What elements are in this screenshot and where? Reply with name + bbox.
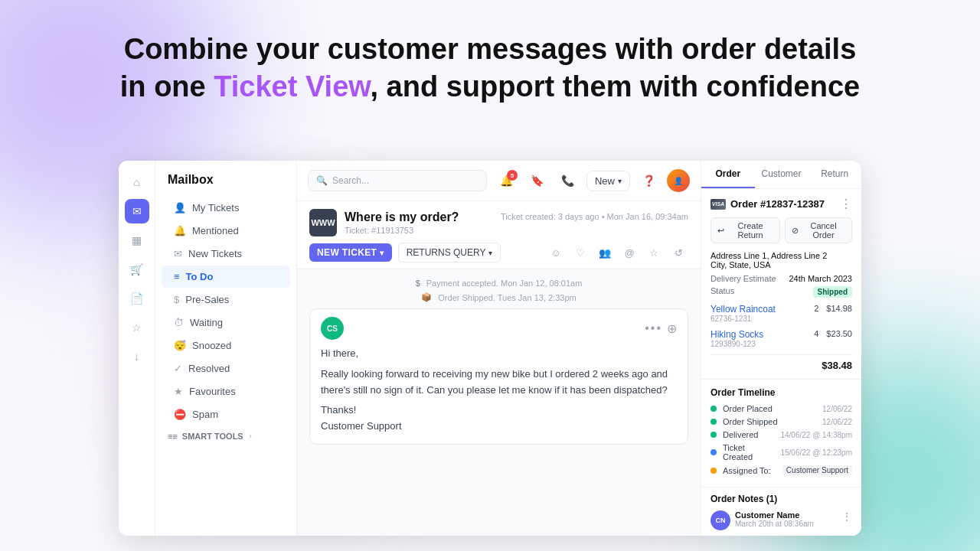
note-more-button[interactable]: ⋮ [841, 510, 852, 523]
sidebar-item-spam[interactable]: ⛔ Spam [162, 403, 290, 425]
new-ticket-button[interactable]: NEW TICKET ▾ [309, 243, 392, 262]
emoji-icon[interactable]: ☺ [546, 243, 566, 262]
returns-query-button[interactable]: RETURNS QUERY ▾ [398, 243, 501, 262]
order-total: $38.48 [710, 354, 852, 371]
status-badge: Shipped [813, 286, 852, 298]
doc-nav-icon[interactable]: 📄 [125, 286, 149, 311]
search-icon: 🔍 [316, 175, 328, 186]
right-panel-tabs: Order Customer Return [701, 161, 861, 189]
chart-nav-icon[interactable]: ▦ [125, 228, 149, 253]
bookmark-icon[interactable]: ☆ [644, 243, 664, 262]
tab-customer[interactable]: Customer [755, 161, 808, 188]
tl-date-order-placed: 12/06/22 [822, 405, 852, 413]
item-1-qty: 2 [814, 304, 818, 313]
note-avatar: CN [710, 510, 730, 530]
create-return-button[interactable]: ↩ Create Return [710, 217, 780, 243]
ticket-tool-icons: ☺ ♡ 👥 @ ☆ ↺ [546, 243, 688, 262]
sidebar-item-new-tickets[interactable]: ✉ New Tickets [162, 243, 290, 265]
timeline-payment: $ Payment accepted. Mon Jan 12, 08:01am [309, 279, 688, 288]
item-1-name[interactable]: Yellow Raincoat [710, 304, 776, 315]
download-nav-icon[interactable]: ↓ [125, 344, 149, 369]
status-label: Status [710, 286, 734, 298]
item-1-sku: 62736-1231 [710, 315, 776, 323]
msg-signature: Customer Support [321, 419, 677, 435]
main-content: 🔍 Search... 🔔 5 🔖 📞 New ▾ ❓ 👤 [297, 161, 701, 536]
ticket-sender: WWW Where is my order? Ticket: #11913753 [309, 209, 459, 236]
phone-button[interactable]: 📞 [556, 168, 580, 193]
dollar-icon: $ [174, 294, 179, 305]
bookmark-button[interactable]: 🔖 [525, 168, 550, 193]
headline: Combine your customer messages with orde… [0, 31, 980, 106]
assign-icon[interactable]: 👥 [595, 243, 615, 262]
order-header: VISA Order #12837-12387 ⋮ [710, 197, 852, 211]
msg-more-button[interactable]: ••• [645, 321, 662, 335]
cart-nav-icon[interactable]: 🛒 [125, 257, 149, 282]
home-nav-icon[interactable]: ⌂ [125, 170, 149, 194]
order-notes-section: Order Notes (1) CN Customer Name March 2… [701, 487, 861, 536]
tl-date-ticket-created: 15/06/22 @ 12:23pm [780, 448, 852, 457]
tl-delivered: Delivered 14/06/22 @ 14:38pm [710, 430, 852, 439]
order-item-2-row: Hiking Socks 1293890-123 4 $23.50 [710, 329, 852, 348]
new-button[interactable]: New ▾ [586, 171, 630, 191]
notifications-button[interactable]: 🔔 5 [495, 168, 519, 193]
order-address: Address Line 1, Address Line 2 City, Sta… [710, 251, 827, 269]
sidebar-item-waiting[interactable]: ⏱ Waiting [162, 311, 290, 334]
order-address-row: Address Line 1, Address Line 2 City, Sta… [710, 251, 852, 269]
order-section: VISA Order #12837-12387 ⋮ ↩ Create Retur… [701, 189, 861, 380]
sidebar-item-pre-sales[interactable]: $ Pre-Sales [162, 289, 290, 311]
tl-label-delivered: Delivered [723, 430, 774, 439]
tab-return[interactable]: Return [808, 161, 861, 188]
sender-avatar: WWW [309, 209, 337, 236]
mail-nav-icon[interactable]: ✉ [125, 199, 149, 223]
item-2-name[interactable]: Hiking Socks [710, 329, 763, 340]
order-number: Order #12837-12387 [730, 198, 825, 210]
heart-icon[interactable]: ♡ [570, 243, 590, 262]
msg-actions: ••• ⊕ [645, 321, 677, 336]
star-nav-icon[interactable]: ☆ [125, 315, 149, 340]
ticket-meta: Ticket created: 3 days ago • Mon Jan 16,… [501, 212, 688, 221]
history-icon[interactable]: ↺ [668, 243, 688, 262]
help-button[interactable]: ❓ [636, 168, 661, 193]
clock-icon: ⏱ [174, 317, 184, 328]
item-2-qty: 4 [814, 329, 818, 338]
notes-title: Order Notes (1) [710, 494, 852, 504]
headline-highlight: Ticket View [214, 70, 370, 103]
search-placeholder: Search... [332, 175, 369, 186]
notification-badge: 5 [507, 170, 518, 181]
item-1-qty-price: 2 $14.98 [814, 304, 852, 313]
fav-icon: ★ [174, 386, 183, 397]
visa-logo: VISA [710, 199, 726, 210]
timeline-shipped: 📦 Order Shipped. Tues Jan 13, 2:33pm [309, 292, 688, 302]
sidebar-item-resolved[interactable]: ✓ Resolved [162, 357, 290, 380]
user-avatar[interactable]: 👤 [667, 169, 690, 192]
cancel-order-button[interactable]: ⊘ Cancel Order [785, 217, 852, 243]
order-item-2: Hiking Socks 1293890-123 4 $23.50 [710, 329, 852, 348]
ticket-subject: Where is my order? [345, 210, 459, 224]
order-item-1-row: Yellow Raincoat 62736-1231 2 $14.98 [710, 304, 852, 323]
mention-icon[interactable]: @ [619, 243, 639, 262]
sidebar-item-snoozed[interactable]: 😴 Snoozed [162, 334, 290, 357]
tab-order[interactable]: Order [701, 161, 755, 188]
sidebar-item-my-tickets[interactable]: 👤 My Tickets [162, 197, 290, 219]
ticket-header-row: WWW Where is my order? Ticket: #11913753… [309, 209, 688, 236]
note-item-1: CN Customer Name March 20th at 08:36am ⋮ [710, 510, 852, 530]
snooze-icon: 😴 [174, 340, 186, 351]
new-btn-chevron: ▾ [618, 177, 622, 185]
tl-date-delivered: 14/06/22 @ 14:38pm [780, 431, 852, 439]
tl-label-order-shipped: Order Shipped [723, 417, 816, 426]
msg-add-button[interactable]: ⊕ [667, 321, 677, 336]
tl-ticket-created: Ticket Created 15/06/22 @ 12:23pm [710, 443, 852, 461]
sidebar-item-mentioned[interactable]: 🔔 Mentioned [162, 220, 290, 242]
shipped-icon: 📦 [421, 292, 432, 302]
cancel-icon: ⊘ [792, 226, 799, 236]
status-row: Status Shipped [710, 286, 852, 298]
payment-icon: $ [416, 279, 420, 288]
smart-tools-section[interactable]: ≡≡ SMART TOOLS › [155, 426, 296, 446]
sidebar-item-todo[interactable]: ≡ To Do [162, 266, 290, 288]
search-box[interactable]: 🔍 Search... [308, 170, 487, 191]
sidebar-item-favourites[interactable]: ★ Favourites [162, 380, 290, 403]
msg-greeting: Hi there, [321, 346, 677, 362]
tl-label-ticket-created: Ticket Created [723, 443, 774, 461]
order-more-button[interactable]: ⋮ [840, 197, 852, 211]
tl-order-placed: Order Placed 12/06/22 [710, 404, 852, 413]
